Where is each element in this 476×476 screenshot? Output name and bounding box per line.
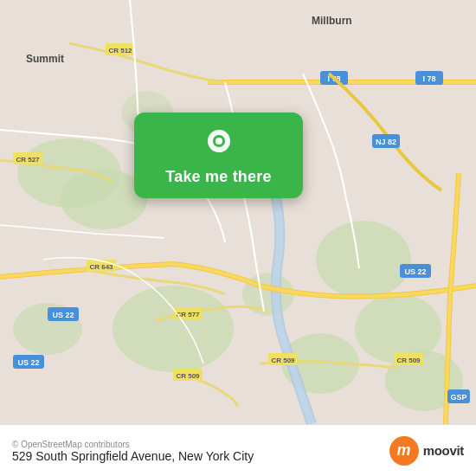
svg-text:CR 527: CR 527: [16, 156, 40, 164]
svg-text:CR 643: CR 643: [89, 263, 113, 271]
svg-text:US 22: US 22: [52, 311, 74, 319]
take-me-there-label: Take me there: [165, 168, 271, 186]
svg-point-3: [113, 286, 234, 372]
map-container: I 78 I 78 US 22 US 22 US 22 GSP NJ 82 CR…: [0, 0, 476, 424]
svg-point-7: [242, 273, 294, 316]
svg-point-4: [316, 221, 411, 299]
svg-text:US 22: US 22: [404, 267, 426, 276]
address-text: 529 South Springfield Avenue, New York C…: [12, 449, 254, 463]
svg-text:CR 509: CR 509: [271, 357, 295, 364]
svg-text:CR 509: CR 509: [396, 357, 421, 364]
bottom-bar: © OpenStreetMap contributors 529 South S…: [0, 424, 476, 476]
svg-text:US 22: US 22: [17, 358, 39, 367]
moovit-icon: m: [389, 436, 419, 466]
location-popup[interactable]: Take me there: [134, 113, 303, 198]
moovit-logo[interactable]: m moovit: [389, 436, 464, 466]
svg-text:GSP: GSP: [450, 393, 466, 402]
location-pin-icon: [203, 128, 235, 161]
address-info: © OpenStreetMap contributors 529 South S…: [12, 439, 254, 463]
svg-text:Millburn: Millburn: [312, 15, 352, 27]
svg-text:Summit: Summit: [26, 53, 64, 65]
svg-point-43: [215, 138, 222, 145]
svg-text:NJ 82: NJ 82: [376, 138, 396, 146]
svg-text:CR 512: CR 512: [108, 47, 132, 55]
svg-text:I 78: I 78: [422, 74, 435, 83]
svg-text:CR 509: CR 509: [176, 372, 200, 380]
moovit-wordmark: moovit: [423, 443, 464, 458]
copyright-text: © OpenStreetMap contributors: [12, 440, 254, 449]
